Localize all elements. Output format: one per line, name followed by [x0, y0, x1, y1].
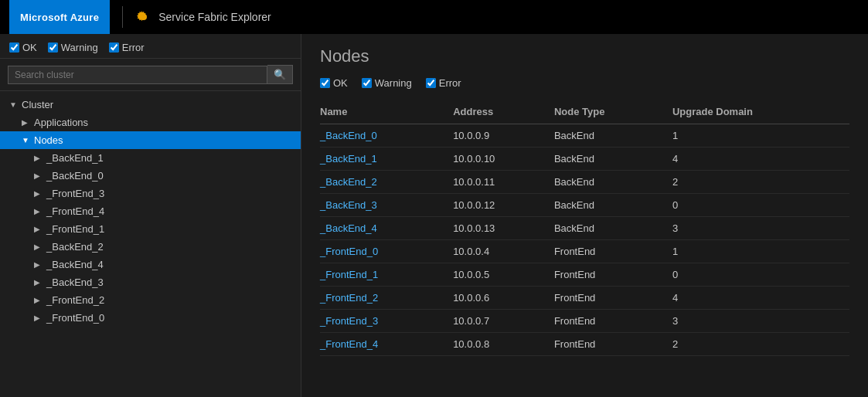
cell-name: _BackEnd_2: [320, 171, 453, 194]
node-name-link[interactable]: _FrontEnd_0: [320, 246, 378, 257]
sidebar-tree: ▼ Cluster ▶ Applications ▼ Nodes ▶_BackE…: [0, 91, 301, 331]
cluster-expand-arrow: ▼: [9, 100, 19, 109]
cell-name: _BackEnd_0: [320, 124, 453, 148]
node-name-link[interactable]: _BackEnd_2: [320, 176, 377, 188]
cluster-label: Cluster: [22, 99, 53, 110]
main-ok-checkbox[interactable]: [320, 78, 330, 88]
node-name-link[interactable]: _BackEnd_1: [320, 153, 377, 165]
body: OK Warning Error 🔍 ▼ Cluster: [0, 34, 868, 397]
cell-node-type: FrontEnd: [554, 310, 672, 333]
child-label: _FrontEnd_2: [46, 294, 104, 306]
search-input[interactable]: [8, 66, 267, 84]
node-name-link[interactable]: _BackEnd_3: [320, 199, 377, 211]
cell-upgrade-domain: 0: [672, 194, 849, 217]
cell-upgrade-domain: 0: [672, 263, 849, 287]
main-filter-warning[interactable]: Warning: [362, 77, 412, 89]
sidebar-filter-warning[interactable]: Warning: [48, 42, 98, 53]
main-warning-checkbox[interactable]: [362, 78, 372, 88]
main-filter-row: OK Warning Error: [320, 77, 849, 89]
sidebar-item--frontend-4[interactable]: ▶_FrontEnd_4: [0, 202, 301, 220]
applications-label: Applications: [34, 117, 88, 128]
sidebar-filter-error[interactable]: Error: [109, 42, 145, 53]
node-name-link[interactable]: _FrontEnd_1: [320, 269, 378, 280]
child-label: _BackEnd_0: [46, 170, 104, 182]
child-label: _FrontEnd_3: [46, 188, 104, 199]
sidebar-item--frontend-0[interactable]: ▶_FrontEnd_0: [0, 309, 301, 327]
table-row[interactable]: _BackEnd_1 10.0.0.10 BackEnd 4: [320, 148, 849, 171]
cell-name: _BackEnd_4: [320, 217, 453, 240]
child-arrow: ▶: [34, 296, 43, 304]
azure-logo: Microsoft Azure: [9, 0, 110, 34]
app-title-area: Service Fabric Explorer: [135, 8, 271, 25]
cell-name: _FrontEnd_1: [320, 263, 453, 287]
cell-address: 10.0.0.10: [453, 148, 554, 171]
node-name-link[interactable]: _FrontEnd_3: [320, 315, 378, 327]
node-name-link[interactable]: _BackEnd_4: [320, 222, 377, 234]
node-name-link[interactable]: _BackEnd_0: [320, 130, 377, 141]
sidebar-item--backend-4[interactable]: ▶_BackEnd_4: [0, 256, 301, 273]
cell-address: 10.0.0.12: [453, 194, 554, 217]
main-filter-error[interactable]: Error: [426, 77, 461, 89]
table-row[interactable]: _FrontEnd_2 10.0.0.6 FrontEnd 4: [320, 287, 849, 310]
sidebar-warning-checkbox[interactable]: [48, 42, 58, 53]
node-name-link[interactable]: _FrontEnd_2: [320, 292, 378, 304]
nodes-table-body: _BackEnd_0 10.0.0.9 BackEnd 1 _BackEnd_1…: [320, 124, 849, 356]
child-label: _FrontEnd_0: [46, 312, 104, 324]
child-label: _BackEnd_3: [46, 277, 104, 288]
cell-name: _FrontEnd_0: [320, 240, 453, 263]
cell-node-type: BackEnd: [554, 148, 672, 171]
sidebar-item--backend-3[interactable]: ▶_BackEnd_3: [0, 273, 301, 291]
cell-address: 10.0.0.13: [453, 217, 554, 240]
search-button[interactable]: 🔍: [267, 65, 293, 84]
sidebar-filter-ok[interactable]: OK: [9, 42, 37, 53]
header-divider: [122, 6, 123, 28]
child-label: _FrontEnd_1: [46, 223, 104, 235]
nodes-expand-arrow: ▼: [22, 136, 31, 144]
sidebar-item-cluster[interactable]: ▼ Cluster: [0, 96, 301, 114]
cell-node-type: BackEnd: [554, 217, 672, 240]
cell-address: 10.0.0.9: [453, 124, 554, 148]
child-arrow: ▶: [34, 154, 43, 162]
table-row[interactable]: _FrontEnd_4 10.0.0.8 FrontEnd 2: [320, 333, 849, 356]
table-row[interactable]: _BackEnd_3 10.0.0.12 BackEnd 0: [320, 194, 849, 217]
cell-address: 10.0.0.7: [453, 310, 554, 333]
cell-name: _BackEnd_3: [320, 194, 453, 217]
sidebar-item--backend-1[interactable]: ▶_BackEnd_1: [0, 149, 301, 167]
table-row[interactable]: _FrontEnd_3 10.0.0.7 FrontEnd 3: [320, 310, 849, 333]
cell-upgrade-domain: 4: [672, 148, 849, 171]
node-name-link[interactable]: _FrontEnd_4: [320, 338, 378, 350]
cell-name: _FrontEnd_2: [320, 287, 453, 310]
child-arrow: ▶: [34, 171, 43, 180]
cell-name: _BackEnd_1: [320, 148, 453, 171]
table-row[interactable]: _BackEnd_4 10.0.0.13 BackEnd 3: [320, 217, 849, 240]
applications-expand-arrow: ▶: [22, 118, 31, 127]
cell-name: _FrontEnd_4: [320, 333, 453, 356]
cell-node-type: FrontEnd: [554, 333, 672, 356]
child-arrow: ▶: [34, 278, 43, 287]
search-bar: 🔍: [0, 59, 301, 91]
sidebar-item-nodes[interactable]: ▼ Nodes: [0, 131, 301, 149]
sidebar-item--backend-2[interactable]: ▶_BackEnd_2: [0, 238, 301, 256]
table-row[interactable]: _BackEnd_2 10.0.0.11 BackEnd 2: [320, 171, 849, 194]
child-label: _BackEnd_4: [46, 259, 104, 270]
main-filter-ok[interactable]: OK: [320, 77, 348, 89]
col-header-node-type: Node Type: [554, 101, 672, 124]
gear-icon: [135, 8, 152, 25]
sidebar: OK Warning Error 🔍 ▼ Cluster: [0, 34, 301, 397]
sidebar-item--backend-0[interactable]: ▶_BackEnd_0: [0, 167, 301, 185]
main-warning-label: Warning: [375, 77, 412, 89]
sidebar-item--frontend-1[interactable]: ▶_FrontEnd_1: [0, 220, 301, 238]
table-row[interactable]: _BackEnd_0 10.0.0.9 BackEnd 1: [320, 124, 849, 148]
table-row[interactable]: _FrontEnd_1 10.0.0.5 FrontEnd 0: [320, 263, 849, 287]
sidebar-error-checkbox[interactable]: [109, 42, 119, 53]
cell-upgrade-domain: 4: [672, 287, 849, 310]
col-header-name: Name: [320, 101, 453, 124]
table-row[interactable]: _FrontEnd_0 10.0.0.4 FrontEnd 1: [320, 240, 849, 263]
main-error-checkbox[interactable]: [426, 78, 436, 88]
cell-address: 10.0.0.5: [453, 263, 554, 287]
sidebar-ok-checkbox[interactable]: [9, 42, 19, 53]
sidebar-item--frontend-2[interactable]: ▶_FrontEnd_2: [0, 291, 301, 309]
sidebar-item--frontend-3[interactable]: ▶_FrontEnd_3: [0, 185, 301, 202]
app-header: Microsoft Azure Service Fabric Explorer: [0, 0, 868, 34]
sidebar-item-applications[interactable]: ▶ Applications: [0, 114, 301, 131]
